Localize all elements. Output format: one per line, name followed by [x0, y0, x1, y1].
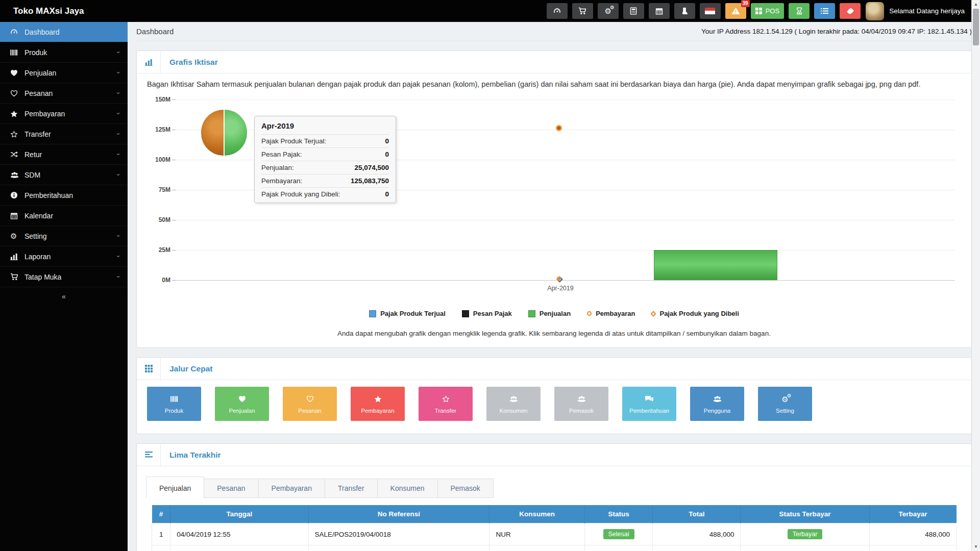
penjualan-bar[interactable]	[654, 250, 777, 280]
quick-link-pembayaran[interactable]: Pembayaran	[351, 387, 405, 421]
table-row-partial	[152, 545, 957, 551]
overview-chart[interactable]: 150M125M100M75M50M25M0MApr-2019Pajak Pro…	[147, 94, 961, 303]
star-icon	[10, 110, 18, 117]
tab-transfer[interactable]: Transfer	[325, 479, 378, 498]
quick-link-penjualan[interactable]: Penjualan	[215, 387, 269, 421]
cart-icon	[578, 7, 586, 15]
pos-button[interactable]: POS	[751, 3, 784, 19]
users-icon	[713, 395, 722, 403]
quick-link-produk[interactable]: Produk	[147, 387, 201, 421]
star-outline-icon	[442, 395, 450, 403]
settings-button[interactable]: ⚙⚙	[598, 3, 619, 19]
table-cell	[170, 545, 308, 551]
legend-item[interactable]: Pembayaran	[587, 310, 635, 317]
tab-pembayaran[interactable]: Pembayaran	[259, 479, 325, 498]
transactions-button[interactable]	[814, 3, 835, 19]
quick-link-pesanan[interactable]: Pesanan	[283, 387, 337, 421]
column-header: Status	[584, 505, 652, 523]
sidebar-item-produk[interactable]: Produk›	[0, 42, 128, 63]
sidebar-item-pembayaran[interactable]: Pembayaran›	[0, 104, 128, 124]
legend-label: Penjualan	[540, 310, 571, 317]
legend-item[interactable]: Pajak Produk yang Dibeli	[651, 310, 739, 317]
sidebar-item-sdm[interactable]: SDM›	[0, 165, 128, 185]
table-cell: Terbayar	[741, 523, 869, 545]
status-badge: Terbayar	[788, 529, 823, 539]
quick-link-pemasok[interactable]: Pemasok	[554, 387, 608, 421]
quick-link-label: Pemberitahuan	[629, 408, 669, 414]
chat-icon	[645, 395, 654, 403]
sidebar-item-tatap-muka[interactable]: Tatap Muka›	[0, 267, 128, 287]
legend-item[interactable]: Pesan Pajak	[462, 310, 512, 317]
table-cell	[653, 545, 741, 551]
tooltip-row: Pembayaran:125,083,750	[261, 174, 389, 187]
quick-link-konsumen[interactable]: Konsumen	[486, 387, 541, 421]
legend-item[interactable]: Penjualan	[528, 310, 571, 317]
table-cell: 488,000	[653, 523, 741, 545]
avatar[interactable]	[866, 2, 884, 20]
overview-description: Bagan Ikhtisar Saham termasuk penjualan …	[147, 80, 961, 88]
sidebar-item-retur[interactable]: Retur›	[0, 144, 128, 165]
y-axis-tick-label: 50M	[147, 216, 170, 223]
sidebar-item-transfer[interactable]: Transfer›	[0, 124, 128, 144]
sidebar-item-label: SDM	[24, 171, 40, 179]
sidebar-collapse-button[interactable]: «	[0, 287, 128, 306]
language-indonesia-button[interactable]	[700, 3, 721, 19]
tab-pesanan[interactable]: Pesanan	[204, 479, 258, 498]
table-cell	[741, 545, 869, 551]
table-cell	[489, 545, 585, 551]
quick-link-label: Pembayaran	[361, 408, 394, 414]
pie-slice-price	[225, 110, 247, 156]
pie-slice-cost	[201, 110, 224, 156]
y-axis-tick-label: 75M	[147, 186, 170, 193]
sidebar-item-kalendar[interactable]: Kalendar	[0, 206, 128, 226]
bar-chart-icon	[137, 51, 161, 73]
scroll-down-arrow[interactable]: ▼	[972, 542, 980, 551]
sidebar-item-label: Dashboard	[24, 28, 60, 36]
y-axis-tick-label: 25M	[147, 246, 170, 254]
sidebar-item-setting[interactable]: ⚙Setting›	[0, 226, 128, 246]
quick-link-pemberitahuan[interactable]: Pemberitahuan	[622, 387, 676, 421]
table-cell: 1	[152, 523, 170, 545]
pembayaran-marker[interactable]	[556, 125, 562, 131]
status-badge: Selesai	[603, 529, 634, 539]
tab-penjualan[interactable]: Penjualan	[146, 477, 204, 498]
sidebar-item-label: Setting	[24, 232, 47, 240]
zero-value-marker[interactable]	[557, 277, 561, 281]
tooltip-row: Pajak Produk yang Dibeli:0	[261, 187, 389, 201]
dashboard-button[interactable]	[547, 3, 568, 19]
notifications-button[interactable]: 39	[725, 3, 746, 19]
quick-link-label: Pesanan	[298, 408, 321, 414]
quick-link-pengguna[interactable]: Pengguna	[690, 387, 744, 421]
sidebar-item-pemberitahuan[interactable]: Pemberitahuan	[0, 185, 128, 206]
barcode-icon	[170, 395, 178, 403]
scroll-up-arrow[interactable]: ▲	[972, 0, 980, 9]
sidebar-item-laporan[interactable]: Laporan›	[0, 246, 128, 267]
quick-link-transfer[interactable]: Transfer	[419, 387, 473, 421]
pending-button[interactable]	[789, 3, 810, 19]
chart-legend: Pajak Produk TerjualPesan PajakPenjualan…	[147, 310, 961, 317]
tab-pemasok[interactable]: Pemasok	[438, 479, 494, 498]
pos-cart-button[interactable]	[572, 3, 593, 19]
legend-item[interactable]: Pajak Produk Terjual	[369, 310, 446, 317]
scroll-thumb[interactable]	[973, 9, 979, 45]
legend-circle-marker	[587, 311, 592, 316]
sidebar-item-penjualan[interactable]: Penjualan›	[0, 63, 128, 83]
scrollbar[interactable]: ▲ ▼	[971, 0, 980, 551]
calendar-button[interactable]	[649, 3, 670, 19]
sidebar-item-dashboard[interactable]: Dashboard	[0, 22, 128, 42]
apparel-button[interactable]	[674, 3, 695, 19]
shuffle-icon	[10, 151, 18, 158]
calculator-button[interactable]	[623, 3, 644, 19]
tooltip-row: Pajak Produk Terjual:0	[261, 134, 389, 147]
calendar-icon	[10, 212, 18, 219]
chart-note: Anda dapat mengubah grafik dengan mengkl…	[147, 330, 961, 337]
pos-label: POS	[766, 7, 779, 15]
y-axis-tick-label: 150M	[147, 96, 170, 103]
recent-panel-header: Lima Terakhir	[137, 444, 971, 466]
hourglass-icon	[796, 7, 802, 15]
tab-konsumen[interactable]: Konsumen	[378, 479, 438, 498]
sidebar-item-pesanan[interactable]: Pesanan›	[0, 83, 128, 104]
overview-panel-header: Grafis Iktisar	[137, 51, 971, 73]
clear-button[interactable]	[840, 3, 861, 19]
quick-link-setting[interactable]: ⚙⚙Setting	[758, 387, 812, 421]
